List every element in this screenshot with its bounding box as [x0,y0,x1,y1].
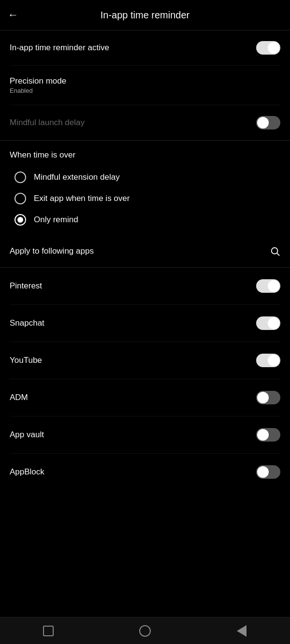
page-title: In-app time reminder [28,10,262,21]
svg-line-1 [277,253,279,256]
app-row-pinterest: Pinterest [10,268,280,305]
radio-outer-3 [14,214,26,226]
when-time-is-over-section: When time is over Mindful extension dela… [0,141,290,235]
app-name-youtube: YouTube [10,356,42,365]
radio-label-2: Exit app when time is over [34,194,130,203]
app-list: Pinterest Snapchat YouTube ADM App vault [0,268,290,490]
radio-label-3: Only remind [34,215,78,225]
in-app-reminder-toggle[interactable] [256,41,280,55]
app-toggle-appvault[interactable] [256,428,280,442]
main-settings-section: In-app time reminder active Precision mo… [0,30,290,141]
app-row-snapchat: Snapchat [10,305,280,342]
precision-mode-sublabel: Enabled [10,87,280,94]
triangle-icon [237,625,246,637]
apply-section: Apply to following apps [0,235,290,268]
toggle-thumb [268,42,279,54]
mindful-launch-delay-row: Mindful launch delay [10,105,280,140]
app-name-pinterest: Pinterest [10,281,42,291]
app-toggle-snapchat[interactable] [256,316,280,330]
app-row-adm: ADM [10,379,280,416]
toggle-thumb [268,317,279,329]
in-app-reminder-row: In-app time reminder active [10,30,280,66]
radio-label-1: Mindful extension delay [34,172,120,182]
toggle-thumb [268,355,279,366]
precision-mode-label: Precision mode [10,76,280,86]
radio-mindful-extension[interactable]: Mindful extension delay [10,167,280,188]
search-icon[interactable] [270,246,280,257]
header: ← In-app time reminder [0,0,290,30]
app-row-appblock: AppBlock [10,454,280,490]
radio-only-remind[interactable]: Only remind [10,209,280,230]
back-button[interactable]: ← [8,9,18,21]
square-icon [43,626,54,636]
toggle-thumb [268,280,279,292]
radio-exit-app[interactable]: Exit app when time is over [10,188,280,209]
app-toggle-appblock[interactable] [256,465,280,479]
nav-square-button[interactable] [34,621,63,641]
radio-inner-3 [17,217,23,223]
app-toggle-adm[interactable] [256,391,280,404]
app-row-youtube: YouTube [10,342,280,379]
precision-mode-row: Precision mode Enabled [10,66,280,105]
toggle-thumb [257,392,269,403]
in-app-reminder-label: In-app time reminder active [10,43,109,53]
app-name-adm: ADM [10,393,28,402]
mindful-launch-delay-toggle[interactable] [256,116,280,129]
circle-icon [139,625,151,637]
app-name-appblock: AppBlock [10,467,44,477]
apply-label: Apply to following apps [10,246,94,256]
radio-outer-2 [14,193,26,204]
app-toggle-youtube[interactable] [256,354,280,367]
toggle-thumb-off [257,117,269,129]
app-name-snapchat: Snapchat [10,318,44,328]
toggle-thumb [257,429,269,441]
bottom-navigation [0,617,290,644]
nav-circle-button[interactable] [130,621,160,641]
svg-point-0 [272,248,278,254]
when-time-title: When time is over [10,150,280,160]
mindful-launch-delay-label: Mindful launch delay [10,118,85,128]
nav-back-button[interactable] [227,621,256,641]
app-toggle-pinterest[interactable] [256,279,280,293]
app-name-appvault: App vault [10,430,44,440]
toggle-thumb [257,466,269,478]
app-row-appvault: App vault [10,416,280,454]
radio-outer-1 [14,172,26,183]
